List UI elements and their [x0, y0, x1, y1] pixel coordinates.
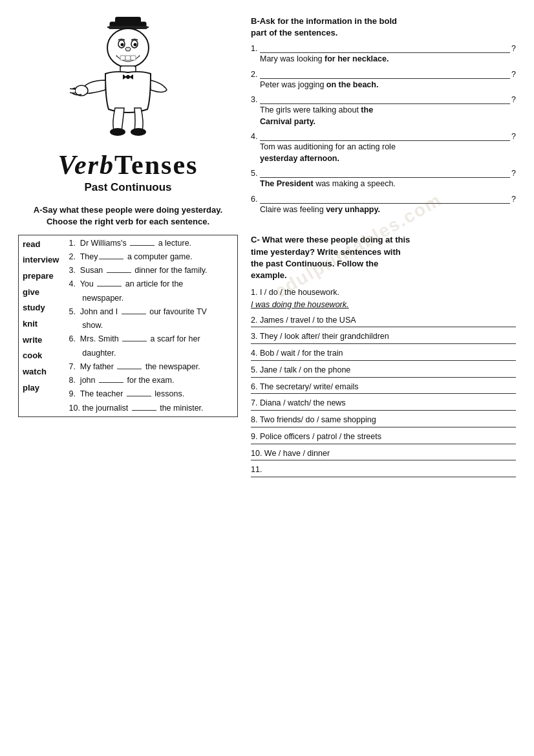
sentence-10: 10. the journalist the minister. [69, 402, 234, 415]
sentence-1: 1. Dr Williams's a lecture. [69, 237, 234, 250]
svg-point-14 [75, 85, 88, 96]
sentence-5: 5. John and I our favourite TV show. [69, 305, 234, 333]
word-cook: cook [23, 348, 61, 364]
svg-rect-1 [115, 17, 141, 25]
svg-point-7 [121, 43, 124, 47]
c-item-8: 8. Two friends/ do / same shopping [251, 414, 516, 427]
title-subtitle: Past Continuous [58, 181, 198, 194]
c-item-9: 9. Police officers / patrol / the street… [251, 431, 516, 444]
svg-rect-10 [120, 56, 125, 60]
c-item-5: 5. Jane / talk / on the phone [251, 364, 516, 378]
title-tenses: Tenses [114, 150, 198, 180]
word-read: read [23, 237, 61, 253]
sentence-6: 6. Mrs. Smith a scarf for her daughter. [69, 332, 234, 360]
c-item-11: 11. [251, 464, 516, 477]
svg-rect-12 [131, 56, 136, 60]
word-watch: watch [23, 364, 61, 380]
sentence-3: 3. Susan dinner for the family. [69, 264, 234, 277]
b-item-6: 6. ? Claire was feeling very unhappy. [251, 195, 516, 216]
sentence-8: 8. john for the exam. [69, 374, 234, 387]
c-item-6: 6. The secretary/ write/ emails [251, 381, 516, 394]
b-item-2: 2. ? Peter was jogging on the beach. [251, 70, 516, 91]
sentence-9: 9. The teacher lessons. [69, 387, 234, 401]
svg-point-16 [131, 128, 146, 136]
c-item-4: 4. Bob / wait / for the train [251, 347, 516, 361]
c-item-10: 10. We / have / dinner [251, 448, 516, 461]
svg-rect-11 [125, 56, 131, 60]
word-interview: interview [23, 252, 61, 268]
section-c: C- What were these people doing at thist… [251, 234, 516, 481]
section-b: B-Ask for the information in the boldpar… [251, 16, 516, 220]
word-write: write [23, 332, 61, 349]
section-c-header: C- What were these people doing at thist… [251, 234, 516, 281]
sentence-2: 2. They a computer game. [69, 250, 234, 264]
svg-point-9 [125, 47, 131, 51]
c-example: 1. I / do / the housework. I was doing t… [251, 286, 516, 311]
b-item-1: 1. ? Mary was looking for her necklace. [251, 44, 516, 65]
sentence-7: 7. My father the newspaper. [69, 360, 234, 374]
word-give: give [23, 285, 61, 301]
c-item-2: 2. James / travel / to the USA [251, 314, 516, 328]
word-knit: knit [23, 316, 61, 332]
word-play: play [23, 380, 61, 396]
mascot-image [70, 16, 186, 145]
title-verb: Verb [58, 150, 114, 180]
c-item-3: 3. They / look after/ their grandchildre… [251, 330, 516, 344]
word-study: study [23, 300, 61, 316]
worksheet-title: VerbTenses Past Continuous [58, 150, 198, 194]
word-prepare: prepare [23, 268, 61, 285]
sentence-4: 4. You an article for the newspaper. [69, 277, 234, 305]
b-item-3: 3. ? The girls were talking about theCar… [251, 95, 516, 127]
section-b-header: B-Ask for the information in the boldpar… [251, 16, 516, 39]
svg-point-8 [134, 43, 137, 47]
svg-point-17 [126, 75, 130, 79]
svg-point-15 [110, 128, 125, 136]
exercise-table-a: read interview prepare give study knit w… [18, 235, 238, 417]
c-item-7: 7. Diana / watch/ the news [251, 397, 516, 411]
section-a-header: A-Say what these people were doing yeste… [18, 204, 238, 228]
b-item-5: 5. ? The President was making a speech. [251, 169, 516, 190]
b-item-4: 4. ? Tom was auditioning for an acting r… [251, 132, 516, 164]
